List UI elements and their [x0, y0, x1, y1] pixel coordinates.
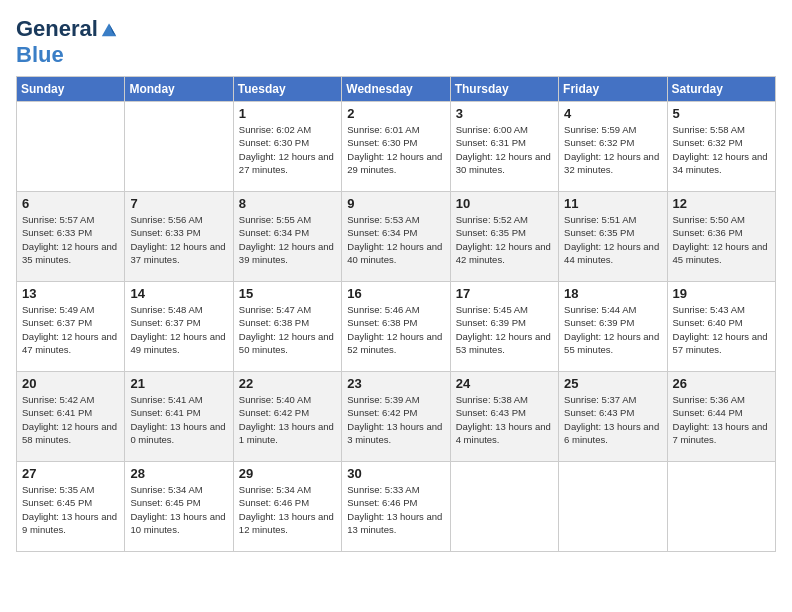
- column-header-thursday: Thursday: [450, 77, 558, 102]
- day-info: Sunrise: 5:55 AM Sunset: 6:34 PM Dayligh…: [239, 213, 336, 266]
- day-cell: 27Sunrise: 5:35 AM Sunset: 6:45 PM Dayli…: [17, 462, 125, 552]
- week-row-4: 20Sunrise: 5:42 AM Sunset: 6:41 PM Dayli…: [17, 372, 776, 462]
- day-info: Sunrise: 5:48 AM Sunset: 6:37 PM Dayligh…: [130, 303, 227, 356]
- day-number: 19: [673, 286, 770, 301]
- day-cell: 17Sunrise: 5:45 AM Sunset: 6:39 PM Dayli…: [450, 282, 558, 372]
- day-number: 30: [347, 466, 444, 481]
- day-number: 22: [239, 376, 336, 391]
- day-cell: 8Sunrise: 5:55 AM Sunset: 6:34 PM Daylig…: [233, 192, 341, 282]
- day-number: 18: [564, 286, 661, 301]
- column-header-tuesday: Tuesday: [233, 77, 341, 102]
- day-number: 14: [130, 286, 227, 301]
- day-cell: 15Sunrise: 5:47 AM Sunset: 6:38 PM Dayli…: [233, 282, 341, 372]
- day-number: 9: [347, 196, 444, 211]
- day-info: Sunrise: 5:44 AM Sunset: 6:39 PM Dayligh…: [564, 303, 661, 356]
- day-info: Sunrise: 5:39 AM Sunset: 6:42 PM Dayligh…: [347, 393, 444, 446]
- day-cell: 3Sunrise: 6:00 AM Sunset: 6:31 PM Daylig…: [450, 102, 558, 192]
- day-cell: [17, 102, 125, 192]
- day-cell: 7Sunrise: 5:56 AM Sunset: 6:33 PM Daylig…: [125, 192, 233, 282]
- column-header-sunday: Sunday: [17, 77, 125, 102]
- day-number: 29: [239, 466, 336, 481]
- column-header-monday: Monday: [125, 77, 233, 102]
- day-number: 21: [130, 376, 227, 391]
- day-cell: 9Sunrise: 5:53 AM Sunset: 6:34 PM Daylig…: [342, 192, 450, 282]
- day-number: 20: [22, 376, 119, 391]
- day-cell: [667, 462, 775, 552]
- week-row-2: 6Sunrise: 5:57 AM Sunset: 6:33 PM Daylig…: [17, 192, 776, 282]
- day-info: Sunrise: 5:37 AM Sunset: 6:43 PM Dayligh…: [564, 393, 661, 446]
- day-info: Sunrise: 5:38 AM Sunset: 6:43 PM Dayligh…: [456, 393, 553, 446]
- day-number: 15: [239, 286, 336, 301]
- calendar-header-row: SundayMondayTuesdayWednesdayThursdayFrid…: [17, 77, 776, 102]
- day-cell: 29Sunrise: 5:34 AM Sunset: 6:46 PM Dayli…: [233, 462, 341, 552]
- day-cell: 5Sunrise: 5:58 AM Sunset: 6:32 PM Daylig…: [667, 102, 775, 192]
- header: General Blue: [16, 16, 776, 68]
- day-cell: 1Sunrise: 6:02 AM Sunset: 6:30 PM Daylig…: [233, 102, 341, 192]
- day-number: 26: [673, 376, 770, 391]
- day-cell: 11Sunrise: 5:51 AM Sunset: 6:35 PM Dayli…: [559, 192, 667, 282]
- day-cell: 6Sunrise: 5:57 AM Sunset: 6:33 PM Daylig…: [17, 192, 125, 282]
- day-cell: 13Sunrise: 5:49 AM Sunset: 6:37 PM Dayli…: [17, 282, 125, 372]
- day-info: Sunrise: 5:50 AM Sunset: 6:36 PM Dayligh…: [673, 213, 770, 266]
- day-number: 25: [564, 376, 661, 391]
- day-info: Sunrise: 5:35 AM Sunset: 6:45 PM Dayligh…: [22, 483, 119, 536]
- day-number: 11: [564, 196, 661, 211]
- day-cell: 25Sunrise: 5:37 AM Sunset: 6:43 PM Dayli…: [559, 372, 667, 462]
- day-number: 10: [456, 196, 553, 211]
- day-cell: 26Sunrise: 5:36 AM Sunset: 6:44 PM Dayli…: [667, 372, 775, 462]
- column-header-friday: Friday: [559, 77, 667, 102]
- day-number: 12: [673, 196, 770, 211]
- week-row-3: 13Sunrise: 5:49 AM Sunset: 6:37 PM Dayli…: [17, 282, 776, 372]
- day-cell: 24Sunrise: 5:38 AM Sunset: 6:43 PM Dayli…: [450, 372, 558, 462]
- day-cell: 28Sunrise: 5:34 AM Sunset: 6:45 PM Dayli…: [125, 462, 233, 552]
- day-info: Sunrise: 5:40 AM Sunset: 6:42 PM Dayligh…: [239, 393, 336, 446]
- day-number: 27: [22, 466, 119, 481]
- day-info: Sunrise: 5:51 AM Sunset: 6:35 PM Dayligh…: [564, 213, 661, 266]
- day-cell: 2Sunrise: 6:01 AM Sunset: 6:30 PM Daylig…: [342, 102, 450, 192]
- day-info: Sunrise: 5:52 AM Sunset: 6:35 PM Dayligh…: [456, 213, 553, 266]
- day-info: Sunrise: 5:46 AM Sunset: 6:38 PM Dayligh…: [347, 303, 444, 356]
- day-cell: 12Sunrise: 5:50 AM Sunset: 6:36 PM Dayli…: [667, 192, 775, 282]
- day-info: Sunrise: 5:36 AM Sunset: 6:44 PM Dayligh…: [673, 393, 770, 446]
- week-row-5: 27Sunrise: 5:35 AM Sunset: 6:45 PM Dayli…: [17, 462, 776, 552]
- day-number: 8: [239, 196, 336, 211]
- day-cell: 14Sunrise: 5:48 AM Sunset: 6:37 PM Dayli…: [125, 282, 233, 372]
- day-info: Sunrise: 5:49 AM Sunset: 6:37 PM Dayligh…: [22, 303, 119, 356]
- column-header-wednesday: Wednesday: [342, 77, 450, 102]
- day-cell: 4Sunrise: 5:59 AM Sunset: 6:32 PM Daylig…: [559, 102, 667, 192]
- day-number: 4: [564, 106, 661, 121]
- day-info: Sunrise: 5:53 AM Sunset: 6:34 PM Dayligh…: [347, 213, 444, 266]
- logo: General Blue: [16, 16, 118, 68]
- day-info: Sunrise: 5:41 AM Sunset: 6:41 PM Dayligh…: [130, 393, 227, 446]
- day-info: Sunrise: 5:34 AM Sunset: 6:45 PM Dayligh…: [130, 483, 227, 536]
- day-number: 13: [22, 286, 119, 301]
- day-cell: [450, 462, 558, 552]
- calendar: SundayMondayTuesdayWednesdayThursdayFrid…: [16, 76, 776, 552]
- day-number: 16: [347, 286, 444, 301]
- day-number: 2: [347, 106, 444, 121]
- day-info: Sunrise: 5:59 AM Sunset: 6:32 PM Dayligh…: [564, 123, 661, 176]
- day-cell: 19Sunrise: 5:43 AM Sunset: 6:40 PM Dayli…: [667, 282, 775, 372]
- day-cell: 22Sunrise: 5:40 AM Sunset: 6:42 PM Dayli…: [233, 372, 341, 462]
- day-info: Sunrise: 5:45 AM Sunset: 6:39 PM Dayligh…: [456, 303, 553, 356]
- logo-general-text: General: [16, 16, 98, 42]
- day-info: Sunrise: 5:34 AM Sunset: 6:46 PM Dayligh…: [239, 483, 336, 536]
- day-info: Sunrise: 6:01 AM Sunset: 6:30 PM Dayligh…: [347, 123, 444, 176]
- day-number: 28: [130, 466, 227, 481]
- day-info: Sunrise: 6:02 AM Sunset: 6:30 PM Dayligh…: [239, 123, 336, 176]
- day-cell: 30Sunrise: 5:33 AM Sunset: 6:46 PM Dayli…: [342, 462, 450, 552]
- day-cell: 18Sunrise: 5:44 AM Sunset: 6:39 PM Dayli…: [559, 282, 667, 372]
- day-cell: [559, 462, 667, 552]
- day-cell: 21Sunrise: 5:41 AM Sunset: 6:41 PM Dayli…: [125, 372, 233, 462]
- day-info: Sunrise: 5:57 AM Sunset: 6:33 PM Dayligh…: [22, 213, 119, 266]
- day-cell: [125, 102, 233, 192]
- day-cell: 10Sunrise: 5:52 AM Sunset: 6:35 PM Dayli…: [450, 192, 558, 282]
- day-cell: 16Sunrise: 5:46 AM Sunset: 6:38 PM Dayli…: [342, 282, 450, 372]
- day-number: 6: [22, 196, 119, 211]
- day-info: Sunrise: 5:58 AM Sunset: 6:32 PM Dayligh…: [673, 123, 770, 176]
- day-number: 3: [456, 106, 553, 121]
- day-info: Sunrise: 5:33 AM Sunset: 6:46 PM Dayligh…: [347, 483, 444, 536]
- week-row-1: 1Sunrise: 6:02 AM Sunset: 6:30 PM Daylig…: [17, 102, 776, 192]
- day-info: Sunrise: 5:43 AM Sunset: 6:40 PM Dayligh…: [673, 303, 770, 356]
- day-info: Sunrise: 5:56 AM Sunset: 6:33 PM Dayligh…: [130, 213, 227, 266]
